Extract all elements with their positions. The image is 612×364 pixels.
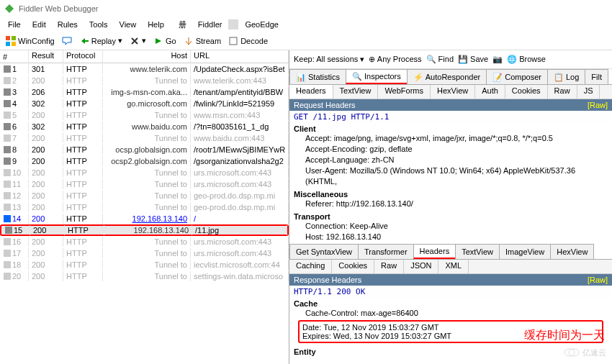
- session-rows: 1301HTTPwww.telerik.com/UpdateCheck.aspx…: [0, 63, 289, 364]
- col-result[interactable]: Result: [29, 50, 63, 63]
- any-process[interactable]: ⊕ Any Process: [369, 55, 421, 64]
- session-row[interactable]: 12200HTTPTunnel togeo-prod.do.dsp.mp.mi: [0, 190, 289, 201]
- session-row[interactable]: 1301HTTPwww.telerik.com/UpdateCheck.aspx…: [0, 63, 289, 75]
- svg-rect-8: [4, 77, 11, 84]
- session-row[interactable]: 11200HTTPTunnel tours.microsoft.com:443: [0, 178, 289, 190]
- camera-icon[interactable]: 📷: [492, 55, 503, 64]
- save-button[interactable]: 💾 Save: [458, 55, 488, 64]
- replay-button[interactable]: Replay ▾: [76, 35, 125, 47]
- request-line: GET /11.jpg HTTP/1.1: [289, 111, 612, 123]
- tab-statistics[interactable]: 📊 Statistics: [289, 69, 346, 84]
- request-headers-title: Request Headers: [294, 101, 356, 109]
- find-button[interactable]: 🔍 Find: [426, 55, 454, 64]
- svg-rect-4: [6, 42, 10, 46]
- reqtab-webforms[interactable]: WebForms: [378, 85, 431, 99]
- resptab-headers[interactable]: Headers: [413, 244, 456, 259]
- resptab-transformer[interactable]: Transformer: [358, 244, 414, 259]
- sessions-pane: # Result Protocol Host URL 1301HTTPwww.t…: [0, 50, 289, 364]
- svg-rect-10: [4, 100, 11, 107]
- session-row[interactable]: 4302HTTPgo.microsoft.com/fwlink/?LinkId=…: [0, 98, 289, 109]
- reqtab-textview[interactable]: TextView: [333, 85, 379, 99]
- reqtab-headers[interactable]: Headers: [289, 85, 333, 99]
- comment-button[interactable]: [59, 35, 75, 47]
- svg-rect-14: [4, 146, 11, 153]
- session-row[interactable]: 3206HTTPimg-s-msn-com.aka.../tenant/amp/…: [0, 86, 289, 98]
- resptab-syntax[interactable]: Get SyntaxView: [289, 244, 359, 259]
- resptab-imageview[interactable]: ImageView: [499, 244, 551, 259]
- request-header-bar: Request Headers [Raw]: [289, 99, 612, 111]
- resptab-hexview[interactable]: HexView: [550, 244, 594, 259]
- browse-button[interactable]: 🌐 Browse: [507, 55, 546, 64]
- menu-rules[interactable]: Rules: [53, 19, 83, 30]
- col-protocol[interactable]: Protocol: [63, 50, 103, 63]
- svg-rect-20: [4, 215, 11, 222]
- resptab-caching[interactable]: Caching: [289, 260, 332, 273]
- annotation-text: 缓存时间为一天: [524, 328, 605, 343]
- session-row[interactable]: 5200HTTPTunnel towww.msn.com:443: [0, 109, 289, 121]
- session-row[interactable]: 6302HTTPwww.baidu.com/?tn=80035161_1_dg: [0, 121, 289, 132]
- col-num[interactable]: #: [0, 50, 29, 63]
- go-button[interactable]: Go: [150, 35, 179, 47]
- decode-button[interactable]: Decode: [225, 35, 271, 47]
- menu-help[interactable]: Help: [143, 19, 169, 30]
- geoedge-icon: [228, 19, 238, 29]
- col-host[interactable]: Host: [103, 50, 191, 63]
- session-row[interactable]: 10200HTTPTunnel tours.microsoft.com:443: [0, 167, 289, 178]
- menu-file[interactable]: File: [3, 19, 26, 30]
- session-row[interactable]: 7200HTTPTunnel towww.baidu.com:443: [0, 132, 289, 144]
- reqtab-hexview[interactable]: HexView: [431, 85, 475, 99]
- svg-rect-25: [4, 273, 11, 280]
- stream-button[interactable]: Stream: [181, 35, 224, 47]
- inspector-pane: Keep: All sessions ▾ ⊕ Any Process 🔍 Fin…: [289, 50, 612, 364]
- client-section: Client Accept: image/png, image/svg+xml,…: [289, 123, 612, 188]
- svg-rect-9: [4, 88, 11, 96]
- reqtab-auth[interactable]: Auth: [475, 85, 505, 99]
- toolbar: WinConfig Replay ▾ ▾ Go Stream Decode: [0, 32, 612, 50]
- tab-log[interactable]: 📋 Log: [547, 69, 585, 84]
- svg-rect-12: [4, 123, 11, 130]
- svg-point-27: [569, 349, 579, 356]
- tab-inspectors[interactable]: 🔍 Inspectors: [346, 69, 408, 84]
- transport-section: Transport Connection: Keep-Alive Host: 1…: [289, 211, 612, 244]
- session-row[interactable]: 17200HTTPTunnel tours.microsoft.com:443: [0, 247, 289, 259]
- menu-view[interactable]: View: [114, 19, 142, 30]
- session-row[interactable]: 9200HTTPocsp2.globalsign.com/gsorganizat…: [0, 155, 289, 167]
- tab-composer[interactable]: 📝 Composer: [486, 69, 548, 84]
- response-tabs: Get SyntaxView Transformer Headers TextV…: [289, 244, 612, 260]
- tab-autoresponder[interactable]: ⚡ AutoResponder: [407, 69, 487, 84]
- menu-tools[interactable]: Tools: [84, 19, 113, 30]
- raw-link[interactable]: [Raw]: [588, 101, 608, 109]
- reqtab-raw[interactable]: Raw: [548, 85, 577, 99]
- winconfig-button[interactable]: WinConfig: [3, 35, 58, 47]
- menu-edit[interactable]: Edit: [27, 19, 51, 30]
- session-row[interactable]: 15200HTTP192.168.13.140/11.jpg: [0, 224, 289, 236]
- misc-section: Miscellaneous Referer: http://192.168.13…: [289, 188, 612, 211]
- resptab-xml[interactable]: XML: [438, 260, 469, 273]
- tab-filters[interactable]: Filt: [585, 69, 608, 84]
- session-row[interactable]: 18200HTTPTunnel toiecvlist.microsoft.com…: [0, 259, 289, 270]
- menu-geoedge[interactable]: GeoEdge: [240, 19, 283, 30]
- session-row[interactable]: 8200HTTPocsp.globalsign.com/rootr1/MEwwS…: [0, 144, 289, 155]
- raw-link-resp[interactable]: [Raw]: [588, 276, 608, 284]
- keep-sessions[interactable]: Keep: All sessions ▾: [294, 55, 364, 64]
- resptab-cookies[interactable]: Cookies: [332, 260, 374, 273]
- response-line: HTTP/1.1 200 OK: [289, 286, 612, 298]
- remove-button[interactable]: ▾: [127, 35, 149, 47]
- reqtab-json[interactable]: JS: [577, 85, 600, 99]
- resptab-raw[interactable]: Raw: [374, 260, 404, 273]
- session-row[interactable]: 14200HTTP192.168.13.140/: [0, 213, 289, 224]
- menu-fiddler[interactable]: Fiddler: [193, 19, 228, 30]
- svg-rect-19: [4, 204, 11, 211]
- svg-marker-0: [5, 4, 14, 13]
- svg-rect-11: [4, 112, 11, 119]
- resptab-textview[interactable]: TextView: [455, 244, 500, 259]
- svg-point-26: [564, 349, 575, 356]
- window-title: Fiddler Web Debugger: [19, 4, 98, 13]
- session-row[interactable]: 13200HTTPTunnel togeo-prod.do.dsp.mp.mi: [0, 201, 289, 213]
- col-url[interactable]: URL: [191, 50, 289, 63]
- reqtab-cookies[interactable]: Cookies: [505, 85, 548, 99]
- session-row[interactable]: 16200HTTPTunnel tours.microsoft.com:443: [0, 236, 289, 247]
- session-row[interactable]: 20200HTTPTunnel tosettings-win.data.micr…: [0, 270, 289, 282]
- resptab-json[interactable]: JSON: [404, 260, 438, 273]
- session-row[interactable]: 2200HTTPTunnel towww.telerik.com:443: [0, 75, 289, 86]
